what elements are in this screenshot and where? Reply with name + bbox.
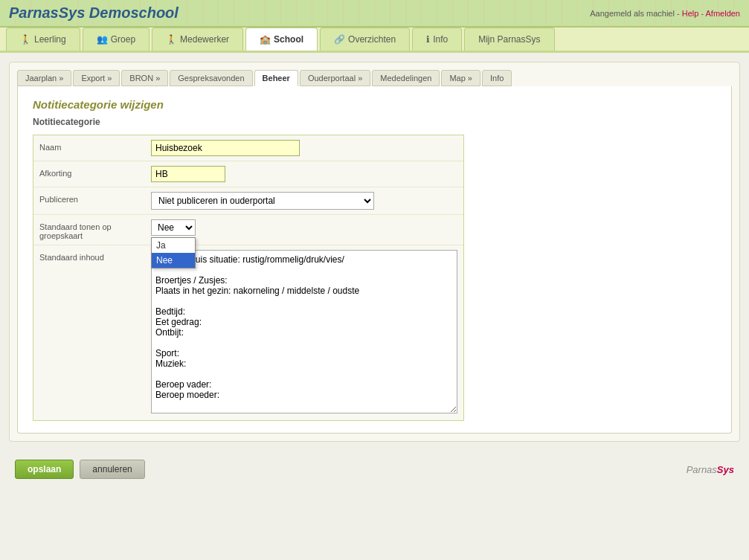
- afkorting-row: Afkorting: [33, 161, 463, 187]
- nav-tab-leerling[interactable]: 🚶 Leerling: [6, 28, 80, 51]
- standaard-inhoud-label: Standaard inhoud: [39, 250, 151, 262]
- page-title: Notitiecategorie wijzigen: [33, 98, 716, 111]
- footer-logo: ParnasSys: [687, 464, 734, 475]
- footer-logo-text: Parnas: [687, 464, 717, 475]
- main-nav: 🚶 Leerling 👥 Groep 🚶 Medewerker 🏫 School…: [0, 28, 749, 53]
- standaard-tonen-select[interactable]: Nee Ja: [151, 219, 196, 236]
- publiceren-label: Publiceren: [39, 192, 151, 204]
- footer: opslaan annuleren ParnasSys: [0, 451, 749, 488]
- medewerker-icon: 🚶: [166, 34, 177, 45]
- publiceren-select[interactable]: Niet publiceren in ouderportal Publicere…: [151, 192, 374, 210]
- nav-tab-groep[interactable]: 👥 Groep: [83, 28, 150, 51]
- nav-tab-info[interactable]: ℹ Info: [412, 28, 462, 51]
- standaard-inhoud-textarea[interactable]: [151, 250, 457, 413]
- user-info-text: Aangemeld als machiel -: [590, 9, 682, 18]
- main-content: Jaarplan » Export » BRON » Gespreksavond…: [9, 62, 740, 442]
- sub-tab-ouderportaal[interactable]: Ouderportaal »: [300, 70, 370, 86]
- sub-tab-bron[interactable]: BRON »: [121, 70, 168, 86]
- school-icon: 🏫: [260, 34, 271, 45]
- sub-tab-map[interactable]: Map »: [441, 70, 480, 86]
- page-content: Notitiecategorie wijzigen Notitiecategor…: [17, 86, 732, 434]
- standaard-tonen-row: Standaard tonen op groepskaart Nee Ja Ja…: [33, 215, 463, 245]
- naam-input[interactable]: [151, 140, 300, 156]
- nee-select-container: Nee Ja Ja Nee: [151, 219, 196, 236]
- groep-icon: 👥: [97, 34, 108, 45]
- sub-tab-beheer[interactable]: Beheer: [254, 70, 298, 86]
- naam-input-container: [151, 140, 457, 156]
- publiceren-row: Publiceren Niet publiceren in ouderporta…: [33, 187, 463, 215]
- app-title: ParnasSys Demoschool: [9, 4, 179, 22]
- cancel-button[interactable]: annuleren: [80, 460, 144, 479]
- naam-row: Naam: [33, 135, 463, 161]
- dropdown-nee-option[interactable]: Nee: [152, 253, 195, 268]
- sub-nav: Jaarplan » Export » BRON » Gespreksavond…: [10, 62, 739, 86]
- naam-label: Naam: [39, 140, 151, 152]
- dropdown-ja-option[interactable]: Ja: [152, 238, 195, 253]
- standaard-inhoud-row: Standaard inhoud: [33, 245, 463, 420]
- afkorting-label: Afkorting: [39, 166, 151, 178]
- publiceren-select-container: Niet publiceren in ouderportal Publicere…: [151, 192, 457, 210]
- dropdown-open-overlay: Ja Nee: [151, 237, 196, 268]
- nav-tab-overzichten[interactable]: 🔗 Overzichten: [320, 28, 410, 51]
- header-user-info: Aangemeld als machiel - Help - Afmelden: [590, 9, 740, 18]
- help-link[interactable]: Help: [682, 9, 699, 18]
- save-button[interactable]: opslaan: [15, 460, 74, 479]
- sub-tab-gespreksavonden[interactable]: Gespreksavonden: [170, 70, 252, 86]
- standaard-inhoud-container: [151, 250, 457, 416]
- standaard-tonen-label: Standaard tonen op groepskaart: [39, 219, 151, 240]
- afkorting-input[interactable]: [151, 166, 225, 182]
- nav-tab-school[interactable]: 🏫 School: [245, 28, 318, 51]
- info-icon: ℹ: [426, 34, 430, 45]
- sub-tab-mededelingen[interactable]: Mededelingen: [372, 70, 440, 86]
- sub-tab-info2[interactable]: Info: [482, 70, 512, 86]
- nav-tab-medewerker[interactable]: 🚶 Medewerker: [152, 28, 243, 51]
- afkorting-input-container: [151, 166, 457, 182]
- logout-link[interactable]: Afmelden: [706, 9, 740, 18]
- header: ParnasSys Demoschool Aangemeld als machi…: [0, 0, 749, 28]
- footer-logo-accent: Sys: [717, 464, 734, 475]
- footer-buttons: opslaan annuleren: [15, 460, 145, 479]
- standaard-tonen-container: Nee Ja Ja Nee: [151, 219, 457, 236]
- form-container: Naam Afkorting Publiceren Niet publicere…: [33, 135, 464, 421]
- overzichten-icon: 🔗: [334, 34, 345, 45]
- nav-tab-mijn-parnassys[interactable]: Mijn ParnasSys: [464, 28, 554, 51]
- sub-tab-jaarplan[interactable]: Jaarplan »: [17, 70, 71, 86]
- section-label: Notitiecategorie: [33, 117, 716, 127]
- sub-tab-export[interactable]: Export »: [73, 70, 120, 86]
- leerling-icon: 🚶: [20, 34, 31, 45]
